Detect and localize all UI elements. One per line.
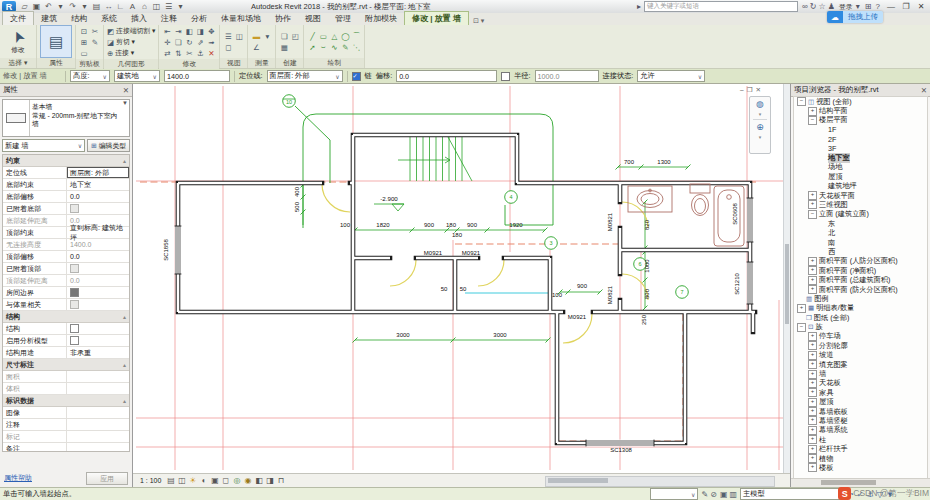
close-button[interactable]: ✕ [915,2,927,11]
property-value[interactable]: 0.0 [67,251,129,262]
measure-icon[interactable]: ↔ [103,1,114,12]
restore-button[interactable]: ❐ [900,2,912,11]
scale-button[interactable]: 1 : 100 [136,476,165,485]
property-row[interactable]: 已附着底部 [3,203,129,215]
offset-input[interactable]: 0.0 [396,70,497,82]
tree-expander-icon[interactable]: − [808,210,817,219]
tree-expander-icon[interactable]: + [808,341,817,350]
sun-path-icon[interactable]: ☀ [187,475,198,486]
ribbon-tool-button[interactable]: ◩连接端切割 ▾ [107,26,155,36]
tree-expander-icon[interactable]: + [808,107,817,116]
drawing-area[interactable]: 104367-2.9001820900180900192018010070013… [133,84,783,473]
tree-expander-icon[interactable]: + [808,191,817,200]
tree-item[interactable]: +幕墙嵌板 [794,407,927,416]
tree-item[interactable]: 北 [794,228,927,237]
tree-expander-icon[interactable]: + [808,257,817,266]
property-value[interactable] [67,203,129,214]
tree-expander-icon[interactable]: + [808,332,817,341]
ribbon-tab[interactable]: 视图 [298,12,328,25]
tree-expander-icon[interactable]: + [808,454,817,463]
property-row[interactable]: 底部偏移0.0 [3,191,129,203]
tree-item[interactable]: 东 [794,219,927,228]
tree-item[interactable]: +天花板平面 [794,191,927,200]
property-value[interactable] [67,263,129,274]
tree-item[interactable]: +柱 [794,435,927,444]
view-minimize-icon[interactable]: – [740,86,744,94]
ribbon-tool-icon[interactable]: ◻ [223,42,233,52]
chain-checkbox[interactable] [352,72,361,81]
steering-wheel-icon[interactable]: ◍ [756,99,764,109]
property-row[interactable]: 备注 [3,443,129,452]
view-close-icon[interactable]: ✕ [756,86,761,94]
ribbon-tool-icon[interactable]: ▬ [251,31,261,41]
ribbon-tab[interactable]: 注释 [154,12,184,25]
ribbon-tool-icon[interactable]: ⇅ [173,48,183,58]
tree-item[interactable]: +三维视图 [794,200,927,209]
top-level-combo[interactable]: 建筑地∨ [114,70,160,82]
ribbon-panel-label[interactable]: 修改 [159,59,219,69]
ribbon-tab[interactable]: 文件 [2,11,34,25]
tree-item[interactable]: 1F [794,125,927,134]
tree-item[interactable]: +幕墙竖梃 [794,416,927,425]
ribbon-tool-icon[interactable]: ☰ [223,31,233,41]
tree-expander-icon[interactable]: + [808,200,817,209]
property-value[interactable] [67,383,129,394]
property-group-header[interactable]: 尺寸标注▴ [3,359,129,371]
tree-item[interactable]: 南 [794,238,927,247]
tree-item[interactable]: +结构平面 [794,106,927,115]
tree-item[interactable]: 屋顶 [794,172,927,181]
property-value[interactable] [67,407,129,418]
favorites-icon[interactable]: ☆ [818,2,825,11]
ribbon-tab[interactable]: 系统 [94,12,124,25]
ribbon-tool-icon[interactable]: ⊡ [79,26,89,36]
exchange-apps-icon[interactable]: ⊞ [865,2,872,11]
tree-item[interactable]: +天花板 [794,379,927,388]
ribbon-tool-icon[interactable]: ❏ [279,31,289,41]
ribbon-tool-icon[interactable]: ✕ [206,48,216,58]
property-value[interactable] [67,287,129,298]
tree-expander-icon[interactable]: + [808,388,817,397]
redo-icon[interactable]: ↷ [67,1,78,12]
location-line-combo[interactable]: 面层面: 外部∨ [267,70,343,82]
property-checkbox[interactable] [70,336,79,345]
design-options-icon[interactable]: ▥ [729,490,737,499]
ribbon-tool-button[interactable]: ◪剪切 ▾ [107,37,155,47]
temporary-view-properties-icon[interactable]: ◧ [253,475,264,486]
property-value[interactable]: 直到标高: 建筑地坪 [67,227,129,238]
browser-horizontal-scrollbar[interactable] [791,478,930,487]
tree-expander-icon[interactable]: + [808,398,817,407]
ribbon-tool-icon[interactable]: ▾ [262,31,272,41]
ribbon-tab[interactable]: 体量和场地 [214,12,268,25]
tree-item[interactable]: ▥图例 [794,294,927,303]
temporary-hide-isolate-icon[interactable]: ◎ [231,475,242,486]
tree-item[interactable]: +面积平面 (总建筑面积) [794,275,927,284]
tree-expander-icon[interactable]: − [797,97,806,106]
property-value[interactable] [67,443,129,452]
thin-lines-icon[interactable]: ☰ [163,1,174,12]
tree-expander-icon[interactable]: + [808,276,817,285]
ribbon-tool-icon[interactable]: △ [329,31,339,41]
tree-item[interactable]: 3F [794,144,927,153]
ribbon-tool-icon[interactable]: ⊞ [79,37,89,47]
ribbon-tool-icon[interactable]: ▭ [318,31,328,41]
section-icon[interactable]: ◫ [151,1,162,12]
ribbon-tool-icon[interactable]: ⇄ [162,48,172,58]
property-row[interactable]: 顶部延伸距离0.0 [3,275,129,287]
show-crop-region-icon[interactable]: ◻ [220,475,231,486]
ribbon-tool-icon[interactable]: ✂ [184,48,194,58]
property-value[interactable] [67,431,129,442]
tree-item[interactable]: +坡道 [794,351,927,360]
tree-item[interactable]: 地下室 [794,153,927,162]
property-value[interactable]: 0.0 [67,191,129,202]
property-checkbox[interactable] [70,324,79,333]
property-row[interactable]: 启用分析模型 [3,335,129,347]
tree-expander-icon[interactable]: + [808,351,817,360]
filter-combo[interactable]: 新建 墙∨ [2,139,85,152]
ribbon-tool-icon[interactable]: ⌣ [318,42,328,52]
property-value[interactable]: 面层面: 外部 [67,167,129,178]
tree-item[interactable]: −立面 (建筑立面) [794,210,927,219]
property-row[interactable]: 房间边界 [3,287,129,299]
ribbon-tool-icon[interactable]: ✛ [162,37,172,47]
ribbon-panel-label[interactable]: 创建 [276,58,303,68]
tree-expander-icon[interactable]: + [808,266,817,275]
